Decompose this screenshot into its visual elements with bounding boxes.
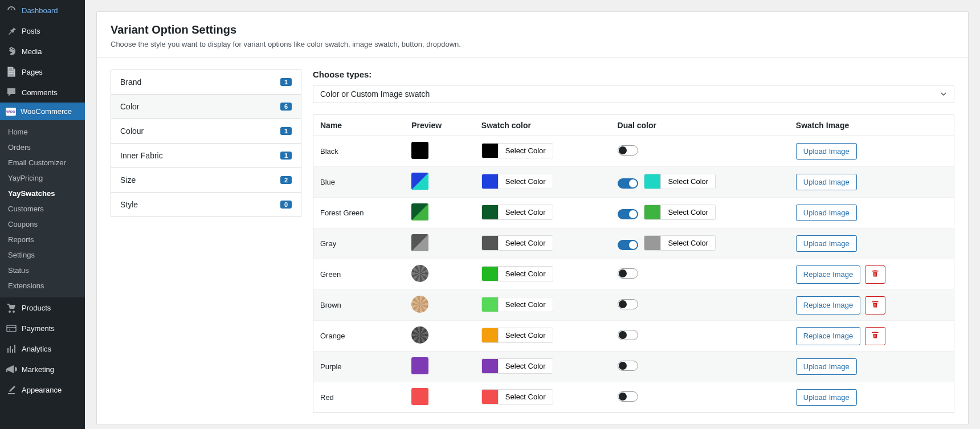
- dual-color-picker[interactable]: Select Color: [644, 174, 716, 189]
- sidebar-item-appearance[interactable]: Appearance: [0, 379, 85, 400]
- swatch-color-picker[interactable]: Select Color: [481, 328, 553, 343]
- sidebar-subitem-email-customizer[interactable]: Email Customizer: [0, 155, 85, 170]
- swatch-color-picker[interactable]: Select Color: [481, 297, 553, 312]
- table-row: Black Select Color Upload Image: [313, 136, 954, 167]
- sidebar-subitem-yaypricing[interactable]: YayPricing: [0, 170, 85, 186]
- select-color-button[interactable]: Select Color: [498, 297, 553, 312]
- pin-icon: [6, 25, 17, 36]
- select-color-button[interactable]: Select Color: [498, 390, 553, 404]
- swatch-color-picker[interactable]: Select Color: [481, 205, 553, 220]
- sidebar-item-marketing[interactable]: Marketing: [0, 359, 85, 379]
- type-select-value: Color or Custom Image swatch: [320, 89, 430, 99]
- sidebar-subitem-yayswatches[interactable]: YaySwatches: [0, 186, 85, 201]
- sidebar-item-comments[interactable]: Comments: [0, 82, 85, 103]
- dual-color-toggle[interactable]: [618, 361, 638, 371]
- color-chip: [644, 174, 660, 189]
- sidebar-subitem-customers[interactable]: Customers: [0, 201, 85, 216]
- sidebar-subitem-extensions[interactable]: Extensions: [0, 278, 85, 293]
- sidebar-item-label: Media: [22, 47, 42, 56]
- dual-color-toggle[interactable]: [618, 299, 638, 309]
- color-chip: [482, 297, 498, 312]
- attribute-list: Brand 1 Color 6 Colour 1 Inner Fabric 1 …: [111, 70, 301, 217]
- swatch-color-picker[interactable]: Select Color: [481, 174, 553, 189]
- preview-image-swatch: [411, 326, 428, 344]
- dual-color-picker[interactable]: Select Color: [644, 205, 716, 220]
- sidebar-item-media[interactable]: Media: [0, 41, 85, 62]
- attribute-item-brand[interactable]: Brand 1: [111, 70, 301, 95]
- upload-image-button[interactable]: Upload Image: [796, 143, 857, 160]
- attribute-item-colour[interactable]: Colour 1: [111, 119, 301, 144]
- upload-image-button[interactable]: Upload Image: [796, 389, 857, 406]
- upload-image-button[interactable]: Upload Image: [796, 235, 857, 252]
- swatch-color-picker[interactable]: Select Color: [481, 235, 553, 251]
- sidebar-item-pages[interactable]: Pages: [0, 62, 85, 82]
- dual-color-toggle[interactable]: [618, 268, 638, 279]
- sidebar-subitem-coupons[interactable]: Coupons: [0, 216, 85, 232]
- page-description: Choose the style you want to display for…: [111, 40, 954, 48]
- dual-color-toggle[interactable]: [618, 145, 638, 156]
- delete-image-button[interactable]: [865, 296, 885, 314]
- attribute-count-badge: 1: [280, 127, 292, 135]
- swatch-color-picker[interactable]: Select Color: [481, 358, 553, 374]
- comment-icon: [6, 87, 17, 98]
- type-select[interactable]: Color or Custom Image swatch: [313, 85, 954, 103]
- sidebar-item-label: Marketing: [22, 365, 54, 374]
- color-chip: [482, 390, 498, 404]
- select-color-button[interactable]: Select Color: [498, 359, 553, 373]
- replace-image-button[interactable]: Replace Image: [796, 327, 860, 345]
- select-color-button[interactable]: Select Color: [660, 236, 715, 250]
- dual-color-picker[interactable]: Select Color: [644, 235, 716, 251]
- attribute-item-style[interactable]: Style 0: [111, 193, 301, 216]
- sidebar-item-woocommerce[interactable]: woo WooCommerce: [0, 103, 85, 120]
- woo-icon: woo: [6, 108, 16, 116]
- sidebar-item-payments[interactable]: Payments: [0, 318, 85, 338]
- sidebar-item-posts[interactable]: Posts: [0, 21, 85, 41]
- sidebar-item-dashboard[interactable]: Dashboard: [0, 0, 85, 21]
- sidebar-item-label: Comments: [22, 88, 58, 97]
- dual-color-toggle[interactable]: [618, 391, 638, 402]
- upload-image-button[interactable]: Upload Image: [796, 174, 857, 190]
- preview-swatch: [411, 388, 428, 405]
- table-row: Green Select Color Replace Image: [313, 259, 954, 290]
- select-color-button[interactable]: Select Color: [498, 267, 553, 281]
- chevron-down-icon: [940, 91, 947, 97]
- preview-dual-swatch: [411, 173, 428, 190]
- preview-swatch: [411, 357, 428, 374]
- sidebar-subitem-orders[interactable]: Orders: [0, 140, 85, 155]
- sidebar-subitem-home[interactable]: Home: [0, 124, 85, 140]
- select-color-button[interactable]: Select Color: [498, 328, 553, 342]
- sidebar-subitem-status[interactable]: Status: [0, 263, 85, 278]
- delete-image-button[interactable]: [865, 265, 885, 284]
- sidebar-item-analytics[interactable]: Analytics: [0, 338, 85, 359]
- dual-color-toggle[interactable]: [618, 209, 638, 219]
- sidebar-item-label: Appearance: [22, 386, 62, 394]
- upload-image-button[interactable]: Upload Image: [796, 205, 857, 221]
- sidebar-subitem-reports[interactable]: Reports: [0, 232, 85, 247]
- attribute-item-color[interactable]: Color 6: [111, 95, 301, 119]
- attribute-item-size[interactable]: Size 2: [111, 168, 301, 193]
- attribute-item-inner-fabric[interactable]: Inner Fabric 1: [111, 144, 301, 168]
- upload-image-button[interactable]: Upload Image: [796, 358, 857, 375]
- select-color-button[interactable]: Select Color: [498, 205, 553, 219]
- swatch-color-picker[interactable]: Select Color: [481, 266, 553, 281]
- dual-color-toggle[interactable]: [618, 240, 638, 250]
- select-color-button[interactable]: Select Color: [498, 144, 553, 158]
- replace-image-button[interactable]: Replace Image: [796, 296, 860, 314]
- select-color-button[interactable]: Select Color: [498, 236, 553, 250]
- dual-color-toggle[interactable]: [618, 330, 638, 340]
- color-chip: [482, 144, 498, 158]
- swatch-color-picker[interactable]: Select Color: [481, 143, 553, 158]
- sidebar-subitem-settings[interactable]: Settings: [0, 247, 85, 263]
- table-row: Blue Select Color Select Color Upload Im…: [313, 167, 954, 198]
- attribute-label: Colour: [120, 126, 144, 136]
- select-color-button[interactable]: Select Color: [498, 174, 553, 189]
- sidebar-item-products[interactable]: Products: [0, 297, 85, 318]
- swatch-color-picker[interactable]: Select Color: [481, 389, 553, 405]
- delete-image-button[interactable]: [865, 327, 885, 345]
- dual-color-toggle[interactable]: [618, 178, 638, 189]
- select-color-button[interactable]: Select Color: [660, 174, 715, 189]
- select-color-button[interactable]: Select Color: [660, 205, 715, 219]
- replace-image-button[interactable]: Replace Image: [796, 265, 860, 284]
- row-name: Green: [313, 259, 405, 290]
- trash-icon: [871, 300, 879, 310]
